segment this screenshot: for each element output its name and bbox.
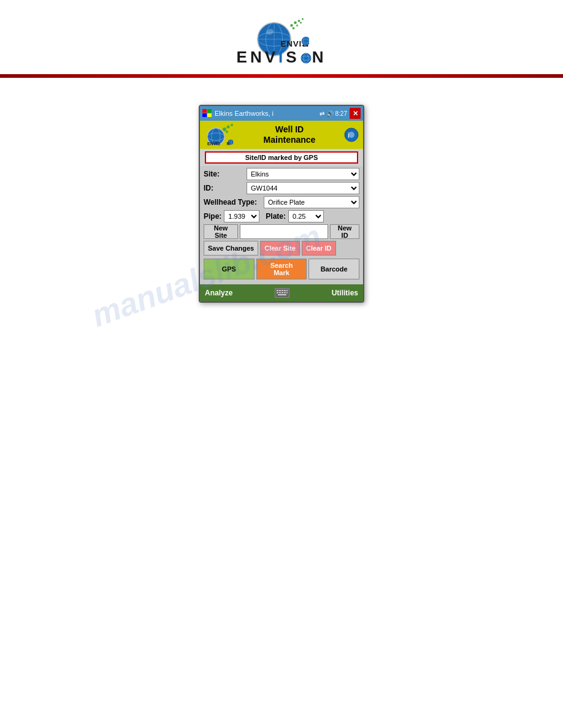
site-select[interactable]: Elkins [247, 168, 359, 180]
svg-text:N: N [227, 142, 230, 146]
save-changes-button[interactable]: Save Changes [204, 241, 258, 256]
id-label: ID: [204, 184, 247, 192]
title-bar-left: Elkins Earthworks, i [202, 109, 274, 118]
svg-rect-22 [202, 109, 207, 113]
svg-rect-24 [202, 113, 207, 117]
title-bar-status-icons: ⇄ 🔊 8:27 [320, 110, 347, 117]
clear-site-button[interactable]: Clear Site [260, 241, 300, 256]
svg-point-30 [227, 126, 230, 129]
wellhead-label: Wellhead Type: [204, 198, 264, 207]
clear-id-button[interactable]: Clear ID [302, 241, 336, 256]
envision-logo: ENVIS N ENVISN [237, 11, 327, 67]
svg-rect-46 [277, 292, 278, 294]
keyboard-icon[interactable] [275, 288, 289, 298]
app-title: Well ID Maintenance [236, 124, 343, 145]
svg-rect-44 [284, 290, 286, 291]
plate-label: Plate: [266, 212, 286, 221]
svg-rect-48 [282, 292, 283, 294]
svg-rect-43 [282, 290, 283, 291]
title-bar-right: ⇄ 🔊 8:27 ✕ [320, 108, 361, 119]
app-header: ENVIS N Well ID Maintenance i [200, 121, 363, 149]
device-frame: Elkins Earthworks, i ⇄ 🔊 8:27 ✕ ENVIS [199, 105, 364, 303]
svg-point-11 [293, 27, 295, 29]
new-site-button[interactable]: New Site [204, 224, 238, 239]
svg-rect-41 [277, 290, 278, 291]
site-row: Site: Elkins [204, 168, 359, 180]
pipe-select[interactable]: 1.939 [224, 210, 259, 222]
svg-rect-50 [286, 292, 288, 294]
svg-point-13 [300, 22, 302, 24]
wellhead-row: Wellhead Type: Orifice Plate [204, 196, 359, 208]
svg-rect-51 [278, 294, 286, 295]
new-site-row: New Site New ID [204, 224, 359, 239]
title-bar: Elkins Earthworks, i ⇄ 🔊 8:27 ✕ [200, 106, 363, 121]
title-bar-app-name: Elkins Earthworks, i [215, 110, 274, 117]
id-row: ID: GW1044 [204, 182, 359, 194]
svg-point-7 [290, 24, 293, 27]
bottom-nav: Analyze Utilities [200, 284, 363, 301]
svg-point-9 [298, 20, 301, 22]
search-mark-button[interactable]: Search Mark [256, 259, 307, 279]
svg-point-19 [301, 53, 311, 63]
save-clear-row: Save Changes Clear Site Clear ID [204, 241, 359, 256]
id-select[interactable]: GW1044 [247, 182, 359, 194]
barcode-button[interactable]: Barcode [308, 259, 359, 279]
svg-rect-25 [207, 113, 212, 117]
main-content: Elkins Earthworks, i ⇄ 🔊 8:27 ✕ ENVIS [0, 80, 563, 303]
pipe-label: Pipe: [204, 212, 221, 221]
site-label: Site: [204, 170, 247, 178]
new-site-input[interactable] [240, 224, 328, 239]
search-label: Search [270, 262, 293, 269]
pipe-plate-row: Pipe: 1.939 Plate: 0.25 [204, 210, 359, 222]
plate-select[interactable]: 0.25 [288, 210, 324, 222]
svg-rect-42 [279, 290, 281, 291]
svg-point-8 [294, 21, 297, 25]
title-bar-close-button[interactable]: ✕ [350, 108, 361, 119]
svg-rect-23 [207, 109, 212, 113]
svg-point-32 [226, 131, 228, 133]
form-area: Site: Elkins ID: GW1044 Wellhead Type: O… [200, 166, 363, 284]
svg-rect-49 [284, 292, 286, 294]
gps-notice: Site/ID marked by GPS [205, 151, 358, 164]
wellhead-select[interactable]: Orifice Plate [264, 196, 359, 208]
gps-search-barcode-row: GPS Search Mark Barcode [204, 257, 359, 281]
gps-button[interactable]: GPS [204, 259, 255, 279]
svg-point-29 [223, 127, 226, 131]
utilities-nav-item[interactable]: Utilities [332, 289, 358, 297]
mark-label: Mark [274, 269, 289, 276]
header-divider [0, 74, 563, 78]
svg-rect-47 [279, 292, 281, 294]
svg-point-12 [296, 25, 298, 26]
svg-rect-45 [286, 290, 288, 291]
svg-point-31 [231, 124, 233, 126]
svg-point-16 [302, 37, 309, 45]
svg-text:ENVIS: ENVIS [207, 142, 220, 146]
svg-text:i: i [348, 131, 350, 140]
app-header-settings-icon: i [343, 127, 359, 143]
windows-icon [202, 109, 212, 118]
new-id-button[interactable]: New ID [330, 224, 359, 239]
app-header-logo: ENVIS N [204, 123, 236, 146]
page-header: ENVIS N ENVISN [0, 0, 563, 74]
analyze-nav-item[interactable]: Analyze [205, 289, 232, 297]
svg-point-10 [302, 18, 304, 20]
